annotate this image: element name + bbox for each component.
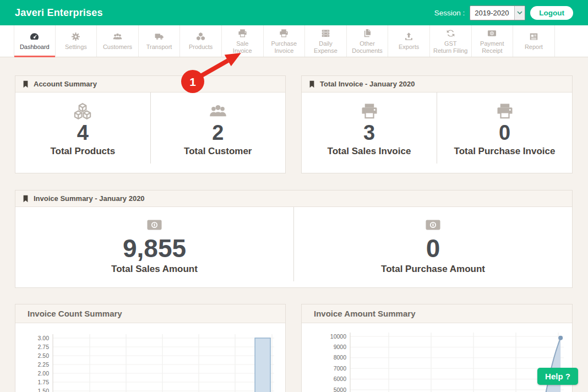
panel-body: 3Total Sales Invoice0Total Purchase Invo… (302, 92, 572, 164)
nav-item-label: OtherDocuments (352, 40, 383, 54)
gear-icon (70, 31, 81, 42)
printer-icon (279, 28, 289, 39)
nav-item-purchase-invoice[interactable]: PurchaseInvoice (264, 25, 306, 57)
nav-item-label: Report (525, 43, 543, 50)
invoice-count-chart-panel: Invoice Count Summary 3.002.752.502.252.… (15, 304, 286, 392)
bookmark-icon (23, 195, 29, 203)
svg-text:1.50: 1.50 (38, 388, 50, 392)
users-icon (208, 101, 228, 121)
nav-item-label: Transport (146, 43, 172, 50)
nav-item-label: DailyExpense (314, 40, 337, 54)
session-label: Session : (434, 9, 465, 17)
panel-header: Invoice Summary - January 2020 (15, 190, 572, 207)
help-button[interactable]: Help ? (537, 368, 578, 385)
upload-icon (404, 31, 414, 42)
app-header: Javeri Enterprises Session : 2019-2020 L… (0, 0, 588, 25)
svg-text:8000: 8000 (334, 354, 347, 361)
nav-item-label: Settings (65, 43, 87, 50)
nav-item-daily-expense[interactable]: DailyExpense (305, 25, 347, 57)
invoice-amount-chart-panel: Invoice Amount Summary 10000900080007000… (301, 304, 573, 392)
stat-total-sales-amount: 9,855Total Sales Amount (15, 207, 293, 281)
rows-icon (320, 28, 331, 39)
nav-item-exports[interactable]: Exports (388, 25, 430, 57)
panel-body: 4Total Products2Total Customer (15, 92, 285, 164)
session-select[interactable]: 2019-2020 (470, 6, 525, 20)
stat-value: 3 (363, 121, 375, 145)
nav-item-label: Customers (103, 43, 132, 50)
stat-total-purchase-invoice: 0Total Purchase Invoice (437, 92, 572, 164)
stat-value: 9,855 (123, 234, 186, 263)
nav-item-transport[interactable]: Transport (139, 25, 181, 57)
nav-item-label: SaleInvoice (233, 40, 252, 54)
main-nav: DashboardSettingsCustomersTransportProdu… (0, 25, 588, 57)
page-title: Javeri Enterprises (15, 7, 103, 19)
nav-item-label: Dashboard (20, 43, 50, 50)
nav-item-label: GSTReturn Filing (433, 40, 467, 54)
svg-text:2.50: 2.50 (38, 352, 50, 359)
printer-icon (495, 101, 515, 121)
stat-value: 2 (212, 121, 224, 145)
nav-item-dashboard[interactable]: Dashboard (14, 25, 56, 57)
nav-item-label: PurchaseInvoice (271, 40, 297, 54)
nav-item-customers[interactable]: Customers (97, 25, 139, 57)
nav-item-settings[interactable]: Settings (56, 25, 97, 57)
svg-text:5000: 5000 (334, 386, 347, 392)
stat-label: Total Products (50, 146, 115, 157)
chevron-down-icon (514, 6, 525, 20)
account-summary-panel: Account Summary 4Total Products2Total Cu… (15, 75, 286, 173)
svg-text:10000: 10000 (330, 333, 346, 340)
svg-text:6000: 6000 (334, 375, 347, 382)
money-icon (487, 28, 497, 39)
svg-text:1.75: 1.75 (38, 379, 50, 385)
stat-total-products: 4Total Products (15, 92, 150, 164)
svg-text:2.00: 2.00 (38, 370, 50, 377)
svg-text:3.00: 3.00 (38, 335, 50, 341)
printer-icon (237, 28, 248, 39)
nav-item-sale-invoice[interactable]: SaleInvoice (222, 25, 264, 57)
panel-title: Total Invoice - January 2020 (320, 80, 415, 88)
sync-icon (445, 28, 456, 39)
nav-item-label: Exports (399, 43, 419, 50)
svg-text:2.25: 2.25 (38, 361, 50, 368)
stat-label: Total Customer (184, 146, 252, 157)
newspaper-icon (529, 31, 539, 42)
printer-icon (360, 101, 379, 121)
cubes-outline-icon (73, 101, 92, 121)
chart-title: Invoice Amount Summary (302, 304, 572, 323)
panel-header: Account Summary (15, 76, 285, 92)
nav-item-report[interactable]: Report (513, 25, 555, 57)
stat-value: 0 (499, 121, 510, 145)
panel-header: Total Invoice - January 2020 (302, 76, 572, 92)
nav-item-gst-return-filing[interactable]: GSTReturn Filing (430, 25, 472, 57)
money-icon (145, 216, 164, 234)
bookmark-icon (23, 80, 29, 88)
area-chart: 1000090008000700060005000400030002000100… (302, 323, 572, 392)
stat-total-purchase-amount: 0Total Purchase Amount (293, 207, 572, 281)
nav-item-other-documents[interactable]: OtherDocuments (347, 25, 389, 57)
svg-text:7000: 7000 (334, 365, 347, 372)
stat-label: Total Sales Invoice (328, 146, 411, 157)
stat-value: 4 (77, 121, 89, 145)
money-icon (424, 216, 442, 234)
bookmark-icon (309, 80, 315, 88)
app-root: Javeri Enterprises Session : 2019-2020 L… (0, 0, 588, 392)
invoice-summary-panel: Invoice Summary - January 2020 9,855Tota… (15, 190, 573, 288)
session-controls: Session : 2019-2020 Logout (434, 6, 573, 20)
stat-label: Total Sales Amount (111, 264, 198, 275)
chart-title: Invoice Count Summary (15, 304, 285, 323)
logout-button[interactable]: Logout (530, 6, 573, 20)
svg-text:9000: 9000 (334, 344, 347, 350)
stat-total-sales-invoice: 3Total Sales Invoice (302, 92, 437, 164)
bar-chart: 3.002.752.502.252.001.751.501.251.000.75… (15, 323, 285, 392)
panel-title: Invoice Summary - January 2020 (34, 194, 145, 203)
svg-text:2.75: 2.75 (38, 344, 50, 350)
truck-icon (154, 31, 165, 42)
nav-item-products[interactable]: Products (180, 25, 222, 57)
total-invoice-panel: Total Invoice - January 2020 3Total Sale… (301, 75, 573, 173)
dashboard-icon (29, 31, 40, 42)
nav-item-label: Products (189, 43, 213, 50)
nav-item-payment-receipt[interactable]: PaymentReceipt (472, 25, 514, 57)
users-icon (112, 31, 123, 42)
stat-label: Total Purchase Amount (381, 264, 485, 275)
stat-total-customer: 2Total Customer (150, 92, 286, 164)
